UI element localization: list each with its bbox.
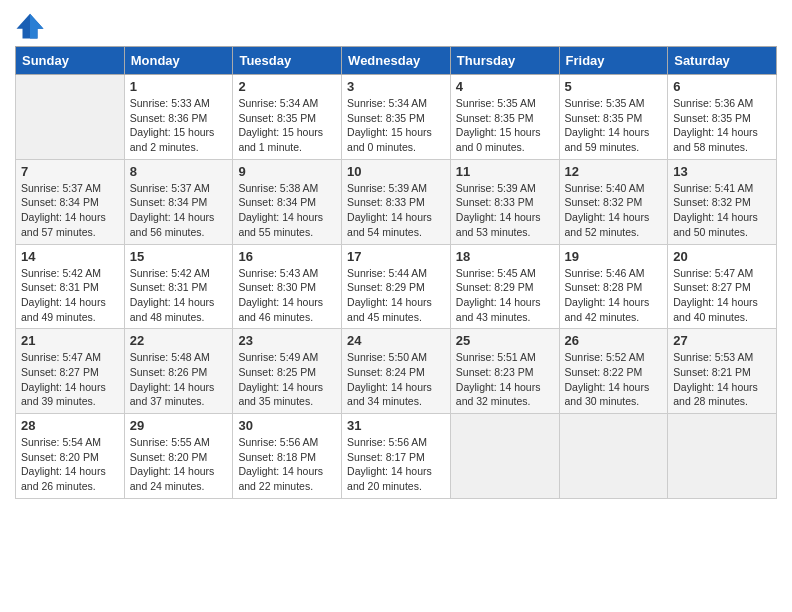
- day-info: Sunrise: 5:42 AM Sunset: 8:31 PM Dayligh…: [21, 267, 106, 323]
- day-cell: 1Sunrise: 5:33 AM Sunset: 8:36 PM Daylig…: [124, 75, 233, 160]
- day-number: 27: [673, 333, 771, 348]
- day-info: Sunrise: 5:41 AM Sunset: 8:32 PM Dayligh…: [673, 182, 758, 238]
- day-cell: 19Sunrise: 5:46 AM Sunset: 8:28 PM Dayli…: [559, 244, 668, 329]
- day-cell: 7Sunrise: 5:37 AM Sunset: 8:34 PM Daylig…: [16, 159, 125, 244]
- day-number: 17: [347, 249, 445, 264]
- day-info: Sunrise: 5:52 AM Sunset: 8:22 PM Dayligh…: [565, 351, 650, 407]
- day-info: Sunrise: 5:45 AM Sunset: 8:29 PM Dayligh…: [456, 267, 541, 323]
- day-cell: 5Sunrise: 5:35 AM Sunset: 8:35 PM Daylig…: [559, 75, 668, 160]
- header-cell-friday: Friday: [559, 47, 668, 75]
- day-number: 10: [347, 164, 445, 179]
- day-cell: 13Sunrise: 5:41 AM Sunset: 8:32 PM Dayli…: [668, 159, 777, 244]
- day-cell: 26Sunrise: 5:52 AM Sunset: 8:22 PM Dayli…: [559, 329, 668, 414]
- day-cell: 31Sunrise: 5:56 AM Sunset: 8:17 PM Dayli…: [342, 414, 451, 499]
- week-row-5: 28Sunrise: 5:54 AM Sunset: 8:20 PM Dayli…: [16, 414, 777, 499]
- day-info: Sunrise: 5:56 AM Sunset: 8:17 PM Dayligh…: [347, 436, 432, 492]
- day-info: Sunrise: 5:35 AM Sunset: 8:35 PM Dayligh…: [456, 97, 541, 153]
- day-cell: [16, 75, 125, 160]
- day-number: 21: [21, 333, 119, 348]
- day-info: Sunrise: 5:42 AM Sunset: 8:31 PM Dayligh…: [130, 267, 215, 323]
- day-cell: 6Sunrise: 5:36 AM Sunset: 8:35 PM Daylig…: [668, 75, 777, 160]
- day-number: 1: [130, 79, 228, 94]
- day-number: 2: [238, 79, 336, 94]
- day-number: 15: [130, 249, 228, 264]
- day-number: 19: [565, 249, 663, 264]
- day-info: Sunrise: 5:46 AM Sunset: 8:28 PM Dayligh…: [565, 267, 650, 323]
- day-number: 7: [21, 164, 119, 179]
- day-info: Sunrise: 5:34 AM Sunset: 8:35 PM Dayligh…: [347, 97, 432, 153]
- day-number: 4: [456, 79, 554, 94]
- day-cell: 18Sunrise: 5:45 AM Sunset: 8:29 PM Dayli…: [450, 244, 559, 329]
- day-info: Sunrise: 5:36 AM Sunset: 8:35 PM Dayligh…: [673, 97, 758, 153]
- day-number: 3: [347, 79, 445, 94]
- day-info: Sunrise: 5:37 AM Sunset: 8:34 PM Dayligh…: [130, 182, 215, 238]
- day-info: Sunrise: 5:47 AM Sunset: 8:27 PM Dayligh…: [673, 267, 758, 323]
- day-cell: 21Sunrise: 5:47 AM Sunset: 8:27 PM Dayli…: [16, 329, 125, 414]
- day-cell: 16Sunrise: 5:43 AM Sunset: 8:30 PM Dayli…: [233, 244, 342, 329]
- day-number: 6: [673, 79, 771, 94]
- day-info: Sunrise: 5:37 AM Sunset: 8:34 PM Dayligh…: [21, 182, 106, 238]
- day-number: 22: [130, 333, 228, 348]
- day-cell: 11Sunrise: 5:39 AM Sunset: 8:33 PM Dayli…: [450, 159, 559, 244]
- day-number: 30: [238, 418, 336, 433]
- day-info: Sunrise: 5:47 AM Sunset: 8:27 PM Dayligh…: [21, 351, 106, 407]
- day-cell: 15Sunrise: 5:42 AM Sunset: 8:31 PM Dayli…: [124, 244, 233, 329]
- day-cell: 28Sunrise: 5:54 AM Sunset: 8:20 PM Dayli…: [16, 414, 125, 499]
- header-cell-saturday: Saturday: [668, 47, 777, 75]
- day-cell: 27Sunrise: 5:53 AM Sunset: 8:21 PM Dayli…: [668, 329, 777, 414]
- day-cell: 25Sunrise: 5:51 AM Sunset: 8:23 PM Dayli…: [450, 329, 559, 414]
- day-cell: 2Sunrise: 5:34 AM Sunset: 8:35 PM Daylig…: [233, 75, 342, 160]
- week-row-2: 7Sunrise: 5:37 AM Sunset: 8:34 PM Daylig…: [16, 159, 777, 244]
- day-cell: 14Sunrise: 5:42 AM Sunset: 8:31 PM Dayli…: [16, 244, 125, 329]
- day-number: 11: [456, 164, 554, 179]
- day-number: 20: [673, 249, 771, 264]
- day-cell: 17Sunrise: 5:44 AM Sunset: 8:29 PM Dayli…: [342, 244, 451, 329]
- header-cell-wednesday: Wednesday: [342, 47, 451, 75]
- day-info: Sunrise: 5:55 AM Sunset: 8:20 PM Dayligh…: [130, 436, 215, 492]
- week-row-3: 14Sunrise: 5:42 AM Sunset: 8:31 PM Dayli…: [16, 244, 777, 329]
- day-info: Sunrise: 5:44 AM Sunset: 8:29 PM Dayligh…: [347, 267, 432, 323]
- day-info: Sunrise: 5:35 AM Sunset: 8:35 PM Dayligh…: [565, 97, 650, 153]
- day-info: Sunrise: 5:34 AM Sunset: 8:35 PM Dayligh…: [238, 97, 323, 153]
- day-info: Sunrise: 5:40 AM Sunset: 8:32 PM Dayligh…: [565, 182, 650, 238]
- day-cell: 23Sunrise: 5:49 AM Sunset: 8:25 PM Dayli…: [233, 329, 342, 414]
- day-number: 13: [673, 164, 771, 179]
- logo-icon: [15, 10, 45, 40]
- day-info: Sunrise: 5:39 AM Sunset: 8:33 PM Dayligh…: [347, 182, 432, 238]
- day-cell: 9Sunrise: 5:38 AM Sunset: 8:34 PM Daylig…: [233, 159, 342, 244]
- logo: [15, 10, 49, 40]
- day-number: 25: [456, 333, 554, 348]
- day-number: 5: [565, 79, 663, 94]
- day-info: Sunrise: 5:51 AM Sunset: 8:23 PM Dayligh…: [456, 351, 541, 407]
- day-cell: 30Sunrise: 5:56 AM Sunset: 8:18 PM Dayli…: [233, 414, 342, 499]
- day-number: 8: [130, 164, 228, 179]
- day-info: Sunrise: 5:49 AM Sunset: 8:25 PM Dayligh…: [238, 351, 323, 407]
- calendar-table: SundayMondayTuesdayWednesdayThursdayFrid…: [15, 46, 777, 499]
- day-number: 28: [21, 418, 119, 433]
- day-cell: 29Sunrise: 5:55 AM Sunset: 8:20 PM Dayli…: [124, 414, 233, 499]
- day-info: Sunrise: 5:33 AM Sunset: 8:36 PM Dayligh…: [130, 97, 215, 153]
- day-number: 16: [238, 249, 336, 264]
- header: [15, 10, 777, 40]
- header-cell-sunday: Sunday: [16, 47, 125, 75]
- day-cell: 22Sunrise: 5:48 AM Sunset: 8:26 PM Dayli…: [124, 329, 233, 414]
- day-info: Sunrise: 5:56 AM Sunset: 8:18 PM Dayligh…: [238, 436, 323, 492]
- day-info: Sunrise: 5:43 AM Sunset: 8:30 PM Dayligh…: [238, 267, 323, 323]
- day-number: 26: [565, 333, 663, 348]
- day-info: Sunrise: 5:38 AM Sunset: 8:34 PM Dayligh…: [238, 182, 323, 238]
- day-cell: 8Sunrise: 5:37 AM Sunset: 8:34 PM Daylig…: [124, 159, 233, 244]
- day-cell: 20Sunrise: 5:47 AM Sunset: 8:27 PM Dayli…: [668, 244, 777, 329]
- day-number: 14: [21, 249, 119, 264]
- day-cell: [668, 414, 777, 499]
- week-row-4: 21Sunrise: 5:47 AM Sunset: 8:27 PM Dayli…: [16, 329, 777, 414]
- header-cell-tuesday: Tuesday: [233, 47, 342, 75]
- day-info: Sunrise: 5:53 AM Sunset: 8:21 PM Dayligh…: [673, 351, 758, 407]
- day-cell: 10Sunrise: 5:39 AM Sunset: 8:33 PM Dayli…: [342, 159, 451, 244]
- header-cell-thursday: Thursday: [450, 47, 559, 75]
- day-info: Sunrise: 5:48 AM Sunset: 8:26 PM Dayligh…: [130, 351, 215, 407]
- day-info: Sunrise: 5:50 AM Sunset: 8:24 PM Dayligh…: [347, 351, 432, 407]
- day-number: 23: [238, 333, 336, 348]
- day-number: 29: [130, 418, 228, 433]
- day-cell: 3Sunrise: 5:34 AM Sunset: 8:35 PM Daylig…: [342, 75, 451, 160]
- day-number: 24: [347, 333, 445, 348]
